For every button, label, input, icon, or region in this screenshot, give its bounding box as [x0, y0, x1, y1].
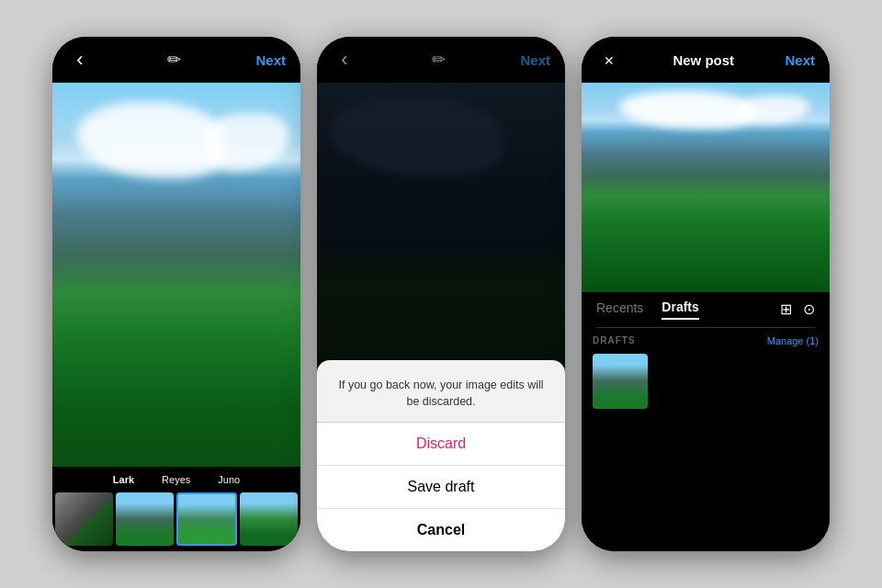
landscape-image-right — [582, 83, 830, 292]
save-draft-button[interactable]: Save draft — [317, 466, 565, 509]
phone-new-post: New post Next Recents Drafts ⊞ ⊙ DRAFTS … — [582, 37, 830, 551]
tab-drafts[interactable]: Drafts — [662, 300, 698, 320]
filter-label-juno[interactable]: Juno — [218, 474, 240, 485]
drafts-section: DRAFTS Manage (1) — [582, 328, 830, 552]
phone1-main-image — [52, 83, 300, 467]
bottom-tabs: Recents Drafts ⊞ ⊙ — [582, 292, 830, 328]
filter-thumbnails-row — [52, 492, 300, 546]
tab-icons-group: ⊞ ⊙ — [780, 300, 815, 318]
dialog-message: If you go back now, your image edits wil… — [317, 360, 565, 424]
filter-labels-row: Lark Reyes Juno — [52, 474, 300, 485]
draft-thumbnail[interactable] — [593, 354, 648, 409]
close-icon[interactable] — [596, 51, 622, 70]
tabs-row: Recents Drafts ⊞ ⊙ — [596, 292, 815, 328]
back-icon[interactable] — [67, 48, 93, 72]
filter-thumb-normal[interactable] — [116, 492, 174, 546]
filter-thumb-green[interactable] — [240, 492, 298, 546]
filter-thumb-blue[interactable] — [176, 492, 238, 546]
phone1-next-button[interactable]: Next — [255, 52, 286, 68]
camera-icon[interactable]: ⊙ — [803, 300, 815, 318]
phone-filter-editor: Next Lark Reyes Juno — [52, 37, 300, 551]
filter-label-reyes[interactable]: Reyes — [162, 474, 190, 485]
drafts-header: DRAFTS Manage (1) — [593, 335, 819, 346]
phone3-next-button[interactable]: Next — [785, 52, 815, 68]
cancel-button[interactable]: Cancel — [317, 509, 565, 551]
dialog-overlay: If you go back now, your image edits wil… — [317, 37, 565, 551]
phone1-top-bar: Next — [52, 37, 300, 83]
drafts-section-label: DRAFTS — [593, 335, 636, 345]
phone-discard-dialog: Next Adjust Brightness Contrast Structur… — [317, 37, 565, 551]
phone3-top-bar: New post Next — [582, 37, 830, 83]
grid-icon[interactable]: ⊞ — [780, 300, 792, 318]
phone3-main-image — [582, 83, 830, 292]
pencil-icon[interactable] — [162, 50, 187, 70]
landscape-image-1 — [52, 83, 300, 467]
filter-thumb-bw[interactable] — [55, 492, 113, 546]
tab-recents[interactable]: Recents — [596, 300, 643, 319]
phone3-title: New post — [673, 52, 734, 68]
dialog-sheet: If you go back now, your image edits wil… — [317, 360, 565, 552]
discard-button[interactable]: Discard — [317, 423, 565, 466]
filter-bar: Lark Reyes Juno — [52, 467, 300, 551]
filter-label-lark[interactable]: Lark — [113, 474, 134, 485]
manage-button[interactable]: Manage (1) — [767, 335, 819, 346]
